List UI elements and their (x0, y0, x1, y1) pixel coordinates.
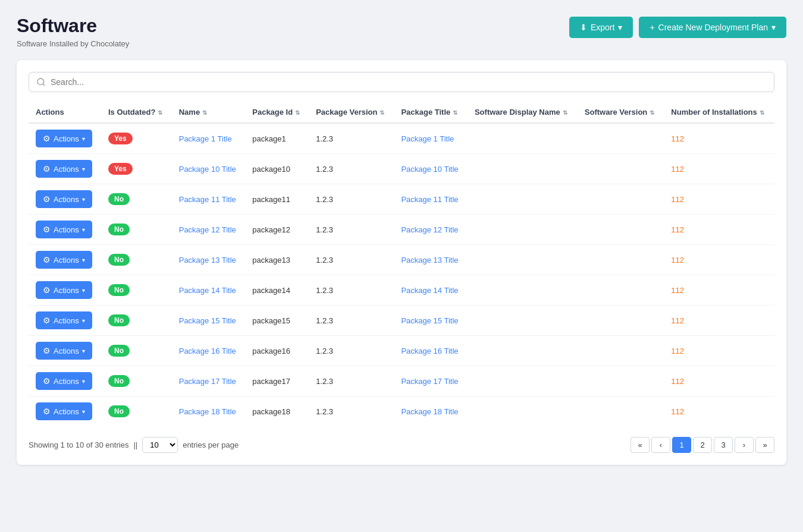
pagination: « ‹ 1 2 3 › » (631, 437, 774, 453)
actions-caret-4: ▾ (82, 257, 85, 263)
sort-icon-packageid: ⇅ (295, 109, 300, 116)
col-name[interactable]: Name⇅ (172, 102, 246, 123)
package-title-link-2[interactable]: Package 11 Title (401, 195, 458, 204)
col-package-version[interactable]: Package Version⇅ (309, 102, 394, 123)
actions-button-1[interactable]: ⚙ Actions ▾ (36, 160, 92, 178)
cell-outdated-7: No (101, 336, 172, 366)
package-title-link-0[interactable]: Package 1 Title (401, 134, 454, 143)
cell-name-6: Package 15 Title (172, 306, 246, 336)
col-installations[interactable]: Number of Installations⇅ (664, 102, 774, 123)
cell-outdated-8: No (101, 366, 172, 396)
package-name-link-9[interactable]: Package 18 Title (179, 407, 236, 416)
per-page-select[interactable]: 102550100 (142, 437, 178, 453)
actions-button-0[interactable]: ⚙ Actions ▾ (36, 130, 92, 147)
cell-packageid-0: package1 (245, 123, 309, 154)
pagination-last[interactable]: » (755, 437, 774, 453)
cell-title-2: Package 11 Title (394, 184, 468, 215)
table-row: ⚙ Actions ▾ No Package 17 Title package1… (29, 366, 774, 396)
actions-button-7[interactable]: ⚙ Actions ▾ (36, 342, 92, 360)
package-title-link-6[interactable]: Package 15 Title (401, 316, 458, 325)
search-icon (36, 77, 46, 87)
cell-swversion-8 (578, 366, 664, 396)
package-name-link-6[interactable]: Package 15 Title (179, 316, 236, 325)
cell-version-6: 1.2.3 (309, 306, 394, 336)
package-name-link-7[interactable]: Package 16 Title (179, 347, 236, 355)
gear-icon-0: ⚙ (43, 134, 51, 143)
gear-icon-7: ⚙ (43, 346, 51, 355)
package-title-link-7[interactable]: Package 16 Title (401, 347, 458, 355)
per-page-label: entries per page (183, 440, 239, 449)
package-title-link-5[interactable]: Package 14 Title (401, 286, 458, 295)
pagination-next[interactable]: › (735, 437, 754, 453)
col-software-display-name[interactable]: Software Display Name⇅ (468, 102, 578, 123)
actions-button-8[interactable]: ⚙ Actions ▾ (36, 372, 92, 390)
cell-displayname-1 (468, 154, 578, 184)
col-package-title[interactable]: Package Title⇅ (394, 102, 468, 123)
cell-title-6: Package 15 Title (394, 306, 468, 336)
cell-title-3: Package 12 Title (394, 215, 468, 245)
package-title-link-1[interactable]: Package 10 Title (401, 165, 458, 174)
export-button[interactable]: ⬇ Export ▾ (569, 17, 633, 38)
cell-name-9: Package 18 Title (172, 396, 246, 427)
table-row: ⚙ Actions ▾ Yes Package 1 Title package1… (29, 123, 774, 154)
package-name-link-3[interactable]: Package 12 Title (179, 225, 236, 234)
package-title-link-3[interactable]: Package 12 Title (401, 225, 458, 234)
package-title-link-8[interactable]: Package 17 Title (401, 377, 458, 386)
actions-caret-2: ▾ (82, 196, 85, 203)
actions-button-4[interactable]: ⚙ Actions ▾ (36, 251, 92, 269)
actions-caret-8: ▾ (82, 378, 85, 385)
col-software-version[interactable]: Software Version⇅ (578, 102, 664, 123)
cell-outdated-0: Yes (101, 123, 172, 154)
actions-button-6[interactable]: ⚙ Actions ▾ (36, 311, 92, 329)
package-name-link-2[interactable]: Package 11 Title (179, 195, 236, 204)
footer-info: Showing 1 to 10 of 30 entries || 1025501… (29, 437, 239, 453)
gear-icon-9: ⚙ (43, 407, 51, 416)
actions-button-9[interactable]: ⚙ Actions ▾ (36, 402, 92, 420)
cell-swversion-5 (578, 275, 664, 306)
search-input[interactable] (51, 77, 767, 87)
col-package-id[interactable]: Package Id⇅ (245, 102, 309, 123)
cell-packageid-7: package16 (245, 336, 309, 366)
export-icon: ⬇ (580, 23, 587, 32)
table-row: ⚙ Actions ▾ No Package 11 Title package1… (29, 184, 774, 215)
cell-swversion-1 (578, 154, 664, 184)
actions-label-0: Actions (54, 134, 79, 143)
actions-button-3[interactable]: ⚙ Actions ▾ (36, 221, 92, 238)
cell-actions-8: ⚙ Actions ▾ (29, 366, 101, 396)
cell-installs-2: 112 (664, 184, 774, 215)
table-row: ⚙ Actions ▾ No Package 16 Title package1… (29, 336, 774, 366)
cell-version-9: 1.2.3 (309, 396, 394, 427)
actions-button-2[interactable]: ⚙ Actions ▾ (36, 190, 92, 208)
cell-name-2: Package 11 Title (172, 184, 246, 215)
col-is-outdated[interactable]: Is Outdated?⇅ (101, 102, 172, 123)
table-body: ⚙ Actions ▾ Yes Package 1 Title package1… (29, 123, 774, 426)
pagination-first[interactable]: « (631, 437, 650, 453)
actions-button-5[interactable]: ⚙ Actions ▾ (36, 281, 92, 299)
pagination-prev[interactable]: ‹ (651, 437, 670, 453)
pagination-page-1[interactable]: 1 (672, 437, 691, 453)
cell-actions-3: ⚙ Actions ▾ (29, 215, 101, 245)
pagination-page-2[interactable]: 2 (693, 437, 712, 453)
export-label: Export (591, 23, 614, 32)
cell-name-8: Package 17 Title (172, 366, 246, 396)
package-name-link-5[interactable]: Package 14 Title (179, 286, 236, 295)
package-name-link-8[interactable]: Package 17 Title (179, 377, 236, 386)
cell-displayname-8 (468, 366, 578, 396)
package-title-link-4[interactable]: Package 13 Title (401, 256, 458, 265)
cell-installs-7: 112 (664, 336, 774, 366)
actions-label-4: Actions (54, 256, 79, 265)
package-name-link-0[interactable]: Package 1 Title (179, 134, 232, 143)
cell-installs-0: 112 (664, 123, 774, 154)
outdated-badge-0: Yes (108, 133, 133, 144)
cell-packageid-2: package11 (245, 184, 309, 215)
create-icon: + (650, 23, 654, 32)
pagination-page-3[interactable]: 3 (714, 437, 733, 453)
cell-displayname-3 (468, 215, 578, 245)
cell-outdated-5: No (101, 275, 172, 306)
package-name-link-1[interactable]: Package 10 Title (179, 165, 236, 174)
package-name-link-4[interactable]: Package 13 Title (179, 256, 236, 265)
svg-line-1 (43, 84, 45, 86)
cell-displayname-4 (468, 245, 578, 275)
create-deployment-button[interactable]: + Create New Deployment Plan ▾ (639, 17, 786, 38)
package-title-link-9[interactable]: Package 18 Title (401, 407, 458, 416)
